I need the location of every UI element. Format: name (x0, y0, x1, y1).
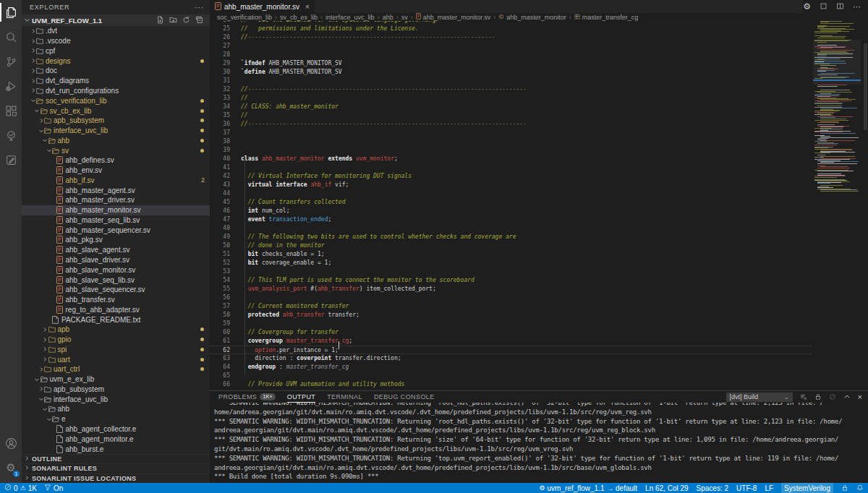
notebook-edit-icon[interactable] (0, 147, 22, 172)
tree-folder-uvm_e_ex_lib[interactable]: uvm_e_ex_lib (22, 374, 210, 385)
maximize-panel-icon[interactable] (843, 390, 851, 403)
new-file-icon[interactable] (156, 16, 164, 25)
section-sonarlint-rules[interactable]: SONARLINT RULES (22, 463, 210, 473)
problems-status[interactable]: 0 ⚠ 1K (4, 484, 37, 492)
encoding-status[interactable]: UTF-8 (736, 484, 757, 492)
breadcrumb-item[interactable]: interface_uvc_lib (326, 14, 375, 21)
tree-file-ahb_slave_sequencer.sv[interactable]: ahb_slave_sequencer.sv (22, 285, 210, 295)
collapse-all-icon[interactable] (195, 16, 203, 25)
tree-folder-uart_ctrl[interactable]: uart_ctrl (22, 364, 210, 374)
lock-icon[interactable] (841, 484, 848, 492)
tree-file-ahb_master_seq_lib.sv[interactable]: ahb_master_seq_lib.sv (22, 215, 210, 226)
output-console[interactable]: *** SEMANTIC WARNING: WIDTH_MISMATCH_TRU… (210, 403, 868, 483)
gear-icon[interactable]: ⚙ 1 (0, 455, 22, 480)
tree-folder-interface_uvc_lib[interactable]: interface_uvc_lib (22, 126, 210, 136)
explorer-icon[interactable] (0, 0, 22, 25)
breadcrumb-item[interactable]: ahb_master_monitor.sv (416, 13, 491, 21)
tree-file-ahb_slave_agent.sv[interactable]: ahb_slave_agent.sv (22, 245, 210, 255)
more-actions-icon[interactable]: ⋯ (853, 2, 861, 12)
tree-folder-uart[interactable]: uart (22, 354, 210, 364)
tree-file-ahb_master_monitor.sv[interactable]: ahb_master_monitor.sv (22, 205, 210, 215)
breadcrumb-item[interactable]: ahb_master_monitor (498, 14, 566, 21)
explorer-more-actions[interactable]: ··· (195, 4, 204, 12)
tree-file-PACKAGE_README.txt[interactable]: PACKAGE_README.txt (22, 314, 210, 325)
tree-file-ahb_transfer.sv[interactable]: ahb_transfer.sv (22, 295, 210, 305)
tree-folder-spi[interactable]: spi (22, 345, 210, 355)
breadcrumb-item[interactable]: sv (401, 14, 408, 21)
tree-folder-.vscode[interactable]: .vscode (22, 36, 210, 46)
breadcrumb-item[interactable]: sv_cb_ex_lib (280, 14, 318, 21)
tree-file-ahb_master_agent.sv[interactable]: ahb_master_agent.sv (22, 185, 210, 195)
extensions-icon[interactable] (0, 98, 22, 123)
run-debug-icon[interactable] (0, 74, 22, 98)
bell-icon[interactable] (856, 484, 864, 492)
output-channel-select[interactable]: [dvt] Build ⌄ (726, 393, 793, 402)
editor-scrollbar[interactable] (864, 43, 867, 130)
filter-status[interactable]: On (44, 484, 63, 492)
close-panel-icon[interactable]: × (858, 393, 862, 401)
tree-folder-apb[interactable]: apb (22, 325, 210, 335)
tree-folder-.dvt[interactable]: .dvt (22, 26, 210, 36)
tree-folder-designs[interactable]: designs (22, 56, 210, 66)
tree-folder-cpf[interactable]: cpf (22, 46, 210, 56)
tree-folder-ahb[interactable]: ahb (22, 404, 210, 414)
breadcrumb-item[interactable]: soc_verification_lib (217, 14, 272, 21)
open-changes-icon[interactable] (820, 2, 827, 12)
section-outline[interactable]: OUTLINE (22, 454, 210, 464)
close-icon[interactable]: × (305, 3, 310, 11)
clear-output-icon[interactable] (800, 390, 807, 403)
code-editor[interactable]: 24// See the License for the specific la… (210, 21, 812, 390)
tree-folder-ahb[interactable]: ahb (22, 135, 210, 145)
dvt-project-status[interactable]: ⚙ uvm_ref_flow_1.1 → default (539, 484, 637, 492)
breadcrumb-item[interactable]: ahb (383, 14, 393, 21)
tree-folder-gpio[interactable]: gpio (22, 335, 210, 345)
workspace-section-header[interactable]: UVM_REF_FLOW_1.1 (22, 14, 210, 26)
tree-folder-soc_verification_lib[interactable]: soc_verification_lib (22, 95, 210, 106)
tree-file-ahb_slave_seq_lib.sv[interactable]: ahb_slave_seq_lib.sv (22, 275, 210, 285)
tree-file-ahb_agent_collector.e[interactable]: ahb_agent_collector.e (22, 424, 210, 434)
panel-tab-terminal[interactable]: TERMINAL (327, 391, 362, 403)
search-icon[interactable] (0, 25, 22, 49)
panel-tab-debug-console[interactable]: DEBUG CONSOLE (374, 391, 435, 403)
section-sonarlint-issue-locations[interactable]: SONARLINT ISSUE LOCATIONS (22, 473, 210, 484)
testing-icon[interactable] (0, 123, 22, 147)
language-mode[interactable]: SystemVerilog (781, 483, 833, 493)
panel-tab-output[interactable]: OUTPUT (287, 391, 315, 403)
tree-folder-dvt_run_configurations[interactable]: dvt_run_configurations (22, 86, 210, 96)
tree-folder-apb_subsystem[interactable]: apb_subsystem (22, 116, 210, 126)
breadcrumb[interactable]: soc_verification_lib›sv_cb_ex_lib›interf… (210, 13, 868, 21)
source-control-icon[interactable] (0, 49, 22, 74)
minimap[interactable] (813, 14, 861, 390)
tree-folder-interface_uvc_lib[interactable]: interface_uvc_lib (22, 394, 210, 404)
run-settings-icon[interactable]: ⚙ (803, 1, 811, 12)
tree-file-ahb_slave_driver.sv[interactable]: ahb_slave_driver.sv (22, 255, 210, 265)
tree-file-ahb_burst.e[interactable]: ahb_burst.e (22, 444, 210, 453)
panel-tab-problems[interactable]: PROBLEMS1K+ (218, 391, 276, 403)
tree-file-ahb_defines.sv[interactable]: ahb_defines.sv (22, 155, 210, 166)
tree-folder-doc[interactable]: doc (22, 66, 210, 76)
split-editor-icon[interactable] (836, 2, 844, 12)
tree-folder-apb_subsystem[interactable]: apb_subsystem (22, 385, 210, 395)
tab-ahb-master-monitor[interactable]: ahb_master_monitor.sv × (210, 0, 315, 13)
tree-file-ahb_master_driver.sv[interactable]: ahb_master_driver.sv (22, 195, 210, 205)
lock-scroll-icon[interactable] (814, 390, 822, 403)
tree-file-reg_to_ahb_adapter.sv[interactable]: reg_to_ahb_adapter.sv (22, 304, 210, 314)
refresh-icon[interactable] (182, 16, 190, 25)
tree-file-ahb_env.sv[interactable]: ahb_env.sv (22, 166, 210, 176)
tree-file-ahb_slave_monitor.sv[interactable]: ahb_slave_monitor.sv (22, 265, 210, 275)
tree-file-ahb_pkg.sv[interactable]: ahb_pkg.sv (22, 235, 210, 245)
tree-file-ahb_master_sequencer.sv[interactable]: ahb_master_sequencer.sv (22, 225, 210, 235)
eol-status[interactable]: LF (765, 484, 773, 492)
tree-folder-sv_cb_ex_lib[interactable]: sv_cb_ex_lib (22, 106, 210, 116)
tree-folder-e[interactable]: e (22, 414, 210, 424)
breadcrumb-item[interactable]: master_transfer_cg (574, 14, 639, 21)
tree-folder-sv[interactable]: sv (22, 145, 210, 155)
tree-folder-dvt_diagrams[interactable]: dvt_diagrams (22, 76, 210, 86)
account-icon[interactable] (0, 431, 22, 455)
new-folder-icon[interactable] (169, 16, 177, 25)
indentation-status[interactable]: Spaces: 2 (697, 484, 728, 492)
tree-file-ahb_agent_monitor.e[interactable]: ahb_agent_monitor.e (22, 434, 210, 444)
cursor-position[interactable]: Ln 62, Col 29 (645, 484, 689, 492)
pin-icon[interactable] (829, 390, 836, 403)
tree-file-ahb_if.sv[interactable]: ahb_if.sv2 (22, 175, 210, 185)
